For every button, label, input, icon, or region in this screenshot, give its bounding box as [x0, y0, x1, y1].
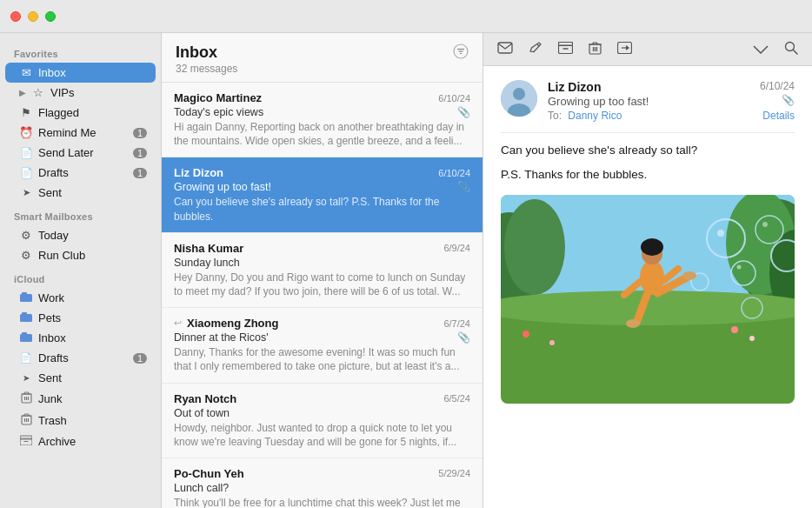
svg-rect-5	[22, 332, 27, 335]
sidebar-item-pets-label: Pets	[38, 311, 147, 324]
maximize-button[interactable]	[45, 11, 56, 22]
msg-preview: Think you'll be free for a lunchtime cha…	[174, 496, 470, 508]
filter-icon[interactable]	[453, 43, 469, 63]
sidebar-item-junk[interactable]: Junk	[5, 388, 156, 410]
msg-sender: Xiaomeng Zhong	[187, 317, 278, 330]
detail-date: 6/10/24	[760, 80, 795, 92]
attachment-icon: 📎	[457, 181, 470, 193]
svg-point-64	[641, 238, 663, 256]
sidebar-item-icloud-drafts[interactable]: 📄 Drafts 1	[5, 348, 156, 368]
send-later-badge: 1	[133, 148, 147, 158]
favorites-section-label: Favorites	[0, 40, 161, 63]
inbox-title: Inbox	[176, 43, 237, 62]
svg-point-39	[513, 88, 525, 100]
remind-me-badge: 1	[133, 128, 147, 138]
drafts-badge: 1	[133, 168, 147, 178]
message-item[interactable]: Ryan Notch 6/5/24 Out of town Howdy, nei…	[162, 384, 483, 458]
icloud-label: iCloud	[0, 265, 161, 288]
details-link[interactable]: Details	[760, 110, 795, 122]
msg-sender: Nisha Kumar	[174, 242, 243, 255]
attachment-icon: 📎	[457, 106, 470, 118]
svg-point-70	[682, 271, 696, 280]
svg-rect-0	[20, 294, 32, 302]
msg-subject: Sunday lunch	[174, 257, 240, 269]
detail-date-area: 6/10/24 📎 Details	[760, 80, 795, 122]
trash-icon	[19, 413, 33, 428]
minimize-button[interactable]	[28, 11, 38, 22]
sidebar-item-vips[interactable]: ▶ ☆ VIPs	[5, 83, 156, 103]
sidebar-item-junk-label: Junk	[38, 392, 147, 405]
sidebar-item-send-later[interactable]: 📄 Send Later 1	[5, 143, 156, 163]
message-item[interactable]: ↩ Xiaomeng Zhong 6/7/24 Dinner at the Ri…	[162, 308, 483, 383]
sidebar-item-archive[interactable]: Archive	[5, 431, 156, 451]
trash-toolbar-icon[interactable]	[589, 41, 602, 58]
message-item[interactable]: Liz Dizon 6/10/24 Growing up too fast! 📎…	[162, 157, 483, 232]
detail-sender-name: Liz Dizon	[548, 80, 749, 94]
svg-rect-23	[498, 43, 512, 53]
msg-preview: Howdy, neighbor. Just wanted to drop a q…	[174, 421, 470, 449]
run-club-icon: ⚙	[19, 249, 33, 262]
email-header: Liz Dizon Growing up too fast! To: Danny…	[501, 80, 795, 122]
email-body: Can you believe she's already so tall? P…	[501, 142, 795, 184]
svg-marker-35	[626, 45, 629, 50]
sidebar-item-drafts[interactable]: 📄 Drafts 1	[5, 163, 156, 183]
sidebar-item-today[interactable]: ⚙ Today	[5, 225, 156, 245]
sidebar-item-icloud-sent[interactable]: ➤ Sent	[5, 368, 156, 388]
email-image	[501, 195, 795, 404]
msg-sender: Po-Chun Yeh	[174, 467, 244, 480]
sidebar-item-pets[interactable]: Pets	[5, 308, 156, 328]
archive-toolbar-icon[interactable]	[558, 42, 573, 57]
msg-subject: Today's epic views	[174, 106, 263, 118]
icloud-inbox-folder-icon	[19, 331, 33, 344]
sidebar-item-icloud-inbox[interactable]: Inbox	[5, 328, 156, 348]
inbox-count: 32 messages	[176, 63, 237, 75]
msg-subject: Lunch call?	[174, 482, 229, 494]
sidebar-item-run-club[interactable]: ⚙ Run Club	[5, 245, 156, 265]
sidebar-item-today-label: Today	[38, 229, 147, 242]
sidebar-item-work[interactable]: Work	[5, 288, 156, 308]
msg-date: 5/29/24	[438, 468, 470, 478]
detail-content: Liz Dizon Growing up too fast! To: Danny…	[483, 66, 812, 508]
sidebar-item-flagged-label: Flagged	[38, 106, 147, 119]
sidebar-item-inbox-label: Inbox	[38, 66, 147, 79]
svg-rect-1	[22, 292, 27, 295]
detail-pane: Liz Dizon Growing up too fast! To: Danny…	[483, 33, 812, 508]
msg-preview: Hey Danny, Do you and Rigo want to come …	[174, 271, 470, 298]
close-button[interactable]	[10, 11, 21, 22]
svg-point-50	[549, 340, 555, 345]
msg-sender: Magico Martinez	[174, 91, 262, 104]
junk-icon	[19, 391, 33, 406]
sidebar-item-vips-label: VIPs	[50, 86, 147, 99]
msg-preview: Can you believe she's already so tall? P…	[174, 195, 470, 223]
message-item[interactable]: Nisha Kumar 6/9/24 Sunday lunch Hey Dann…	[162, 233, 483, 308]
svg-point-49	[522, 331, 529, 338]
svg-point-69	[626, 319, 640, 328]
sidebar-item-archive-label: Archive	[38, 435, 147, 448]
work-folder-icon	[19, 291, 33, 304]
svg-point-59	[717, 230, 724, 237]
sidebar-item-remind-me-label: Remind Me	[38, 126, 128, 139]
sidebar-item-remind-me[interactable]: ⏰ Remind Me 1	[5, 123, 156, 143]
svg-point-51	[731, 326, 738, 333]
svg-point-60	[737, 264, 742, 269]
detail-toolbar	[483, 33, 812, 66]
replied-icon: ↩	[174, 318, 182, 329]
sidebar-item-sent[interactable]: ➤ Sent	[5, 183, 156, 203]
sidebar-item-send-later-label: Send Later	[38, 146, 128, 159]
compose-toolbar-icon[interactable]	[529, 41, 542, 58]
message-item[interactable]: Po-Chun Yeh 5/29/24 Lunch call? Think yo…	[162, 458, 483, 508]
attachment-icon: 📎	[457, 331, 470, 344]
more-toolbar-icon[interactable]	[753, 42, 769, 57]
star-icon: ☆	[31, 86, 45, 99]
detail-to-line: To: Danny Rico	[548, 110, 749, 122]
msg-date: 6/10/24	[438, 168, 470, 178]
sidebar-item-trash[interactable]: Trash	[5, 410, 156, 431]
svg-rect-25	[559, 45, 573, 54]
reply-toolbar-icon[interactable]	[497, 42, 513, 57]
sidebar-item-inbox[interactable]: ✉ Inbox	[5, 63, 156, 83]
sidebar-item-flagged[interactable]: ⚑ Flagged	[5, 103, 156, 123]
junk-toolbar-icon[interactable]	[617, 42, 632, 57]
search-toolbar-icon[interactable]	[784, 41, 798, 58]
message-item[interactable]: Magico Martinez 6/10/24 Today's epic vie…	[162, 83, 483, 157]
msg-date: 6/9/24	[443, 243, 470, 253]
